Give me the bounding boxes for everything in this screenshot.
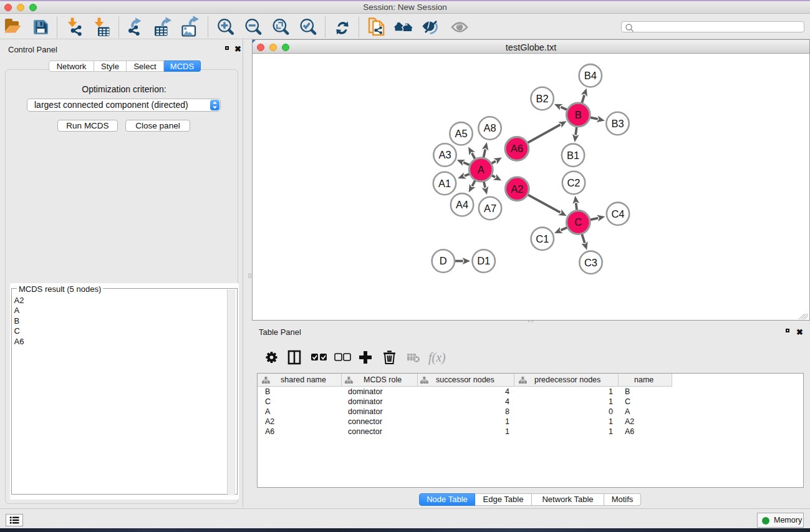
svg-text:C1: C1	[536, 233, 549, 244]
svg-text:A5: A5	[455, 128, 467, 139]
svg-text:B2: B2	[536, 93, 549, 104]
svg-text:A4: A4	[456, 199, 468, 210]
svg-text:A3: A3	[438, 149, 451, 160]
svg-text:C2: C2	[567, 177, 580, 188]
svg-text:C3: C3	[584, 257, 597, 268]
svg-text:B3: B3	[611, 118, 624, 129]
svg-text:A8: A8	[483, 122, 496, 133]
svg-text:C4: C4	[611, 208, 624, 220]
svg-text:A6: A6	[511, 143, 523, 154]
svg-text:A7: A7	[484, 203, 496, 214]
svg-text:B: B	[575, 109, 582, 120]
svg-text:B4: B4	[584, 70, 597, 81]
svg-text:f(x): f(x)	[428, 351, 446, 365]
svg-text:D: D	[440, 255, 447, 266]
svg-text:C: C	[574, 216, 582, 228]
svg-text:A: A	[478, 164, 485, 175]
svg-text:B1: B1	[567, 150, 579, 161]
svg-text:A1: A1	[438, 178, 451, 189]
svg-text:D1: D1	[477, 255, 490, 266]
svg-text:A2: A2	[511, 183, 523, 195]
